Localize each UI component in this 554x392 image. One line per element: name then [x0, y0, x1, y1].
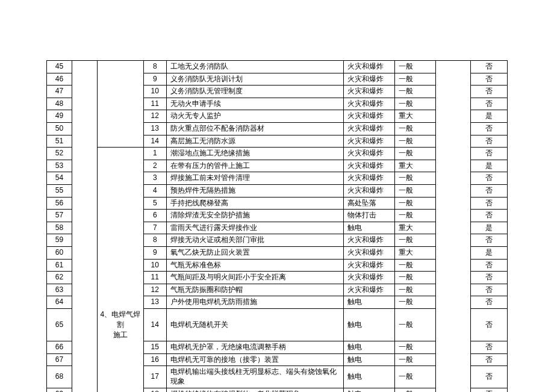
category-cell [98, 197, 144, 210]
blank-cell [72, 388, 98, 392]
sub-index: 17 [143, 366, 166, 388]
table-row: 543焊接施工前未对管件清理火灾和爆炸一般否 [47, 172, 508, 185]
blank-cell [72, 172, 98, 185]
category-cell [98, 86, 144, 98]
hazard-type: 火灾和爆炸 [344, 184, 394, 197]
table-row: 609氧气乙炔无防止回火装置火灾和爆炸重大是 [47, 246, 508, 259]
severity: 一般 [394, 272, 436, 284]
blank-cell-2 [436, 272, 470, 284]
sub-index: 10 [143, 86, 166, 98]
hazard-type: 触电 [344, 388, 394, 392]
sub-index: 16 [143, 353, 166, 366]
row-index: 65 [47, 308, 72, 341]
severity: 一般 [394, 284, 436, 296]
hazard-description: 预热焊件无隔热措施 [166, 184, 344, 197]
yes-no: 否 [470, 284, 507, 296]
yes-no: 是 [470, 160, 507, 172]
sub-index: 15 [143, 341, 166, 354]
severity: 重大 [394, 246, 436, 259]
table-row: 6211气瓶间距及与明火间距小于安全距离火灾和爆炸一般否 [47, 272, 508, 284]
table-row: 458工地无义务消防队火灾和爆炸一般否 [47, 61, 508, 73]
yes-no: 否 [470, 86, 507, 98]
hazard-description: 防火重点部位不配备消防器材 [166, 122, 344, 135]
sub-index: 14 [143, 308, 166, 341]
yes-no: 否 [470, 73, 507, 86]
yes-no: 否 [470, 296, 507, 309]
category-cell [98, 61, 144, 73]
table-row: 587雷雨天气进行露天焊接作业触电重大是 [47, 222, 508, 234]
blank-cell-2 [436, 160, 470, 172]
hazard-type: 触电 [344, 341, 394, 354]
severity: 重大 [394, 160, 436, 172]
row-index: 63 [47, 284, 72, 296]
yes-no: 否 [470, 353, 507, 366]
severity: 一般 [394, 148, 436, 160]
yes-no: 否 [470, 272, 507, 284]
category-cell [98, 272, 144, 284]
hazard-description: 气瓶无标准色标 [166, 259, 344, 272]
sub-index: 6 [143, 210, 166, 222]
table-row: 6312气瓶无防振圈和防护帽火灾和爆炸一般否 [47, 284, 508, 296]
hazard-type: 触电 [344, 366, 394, 388]
blank-cell [72, 197, 98, 210]
sub-index: 1 [143, 148, 166, 160]
severity: 一般 [394, 366, 436, 388]
category-cell [98, 341, 144, 354]
blank-cell [72, 222, 98, 234]
hazard-description: 电焊机无护罩，无绝缘电流调整手柄 [166, 341, 344, 354]
hazard-description: 义务消防队无培训计划 [166, 73, 344, 86]
category-cell [98, 388, 144, 392]
table-row: 598焊接无动火证或相关部门审批火灾和爆炸一般否 [47, 234, 508, 247]
hazard-type: 火灾和爆炸 [344, 148, 394, 160]
severity: 一般 [394, 388, 436, 392]
blank-cell [72, 308, 98, 341]
blank-cell-2 [436, 197, 470, 210]
sub-index: 12 [143, 284, 166, 296]
hazard-description: 义务消防队无管理制度 [166, 86, 344, 98]
category-cell [98, 210, 144, 222]
blank-cell [72, 122, 98, 135]
row-index: 67 [47, 353, 72, 366]
hazard-type: 触电 [344, 353, 394, 366]
hazard-type: 火灾和爆炸 [344, 122, 394, 135]
row-index: 46 [47, 73, 72, 86]
category-cell [98, 135, 144, 148]
hazard-description: 无动火申请手续 [166, 98, 344, 110]
yes-no: 否 [470, 308, 507, 341]
yes-no: 否 [470, 184, 507, 197]
category-cell [98, 110, 144, 123]
row-index: 50 [47, 122, 72, 135]
blank-cell [72, 296, 98, 309]
blank-cell [72, 272, 98, 284]
sub-index: 10 [143, 259, 166, 272]
blank-cell-2 [436, 110, 470, 123]
blank-cell-2 [436, 308, 470, 341]
table-row: 6615电焊机无护罩，无绝缘电流调整手柄触电一般否 [47, 341, 508, 354]
blank-cell [72, 86, 98, 98]
severity: 一般 [394, 210, 436, 222]
sub-index: 13 [143, 122, 166, 135]
sub-index: 2 [143, 160, 166, 172]
table-row: 4811无动火申请手续火灾和爆炸一般否 [47, 98, 508, 110]
blank-cell-2 [436, 366, 470, 388]
blank-cell-2 [436, 61, 470, 73]
severity: 一般 [394, 197, 436, 210]
blank-cell [72, 148, 98, 160]
blank-cell [72, 210, 98, 222]
hazard-description: 焊机的绝缘物有破损裂纹、老化脱落现象 [166, 388, 344, 392]
hazard-description: 户外使用电焊机无防雨措施 [166, 296, 344, 309]
hazard-type: 火灾和爆炸 [344, 234, 394, 247]
yes-no: 否 [470, 234, 507, 247]
row-index: 51 [47, 135, 72, 148]
yes-no: 否 [470, 135, 507, 148]
blank-cell [72, 284, 98, 296]
table-row: 532在带有压力的管件上施工火灾和爆炸重大是 [47, 160, 508, 172]
yes-no: 否 [470, 98, 507, 110]
sub-index: 9 [143, 73, 166, 86]
severity: 一般 [394, 122, 436, 135]
table-row: 4912动火无专人监护火灾和爆炸重大是 [47, 110, 508, 123]
blank-cell-2 [436, 210, 470, 222]
hazard-type: 火灾和爆炸 [344, 272, 394, 284]
yes-no: 是 [470, 222, 507, 234]
severity: 一般 [394, 341, 436, 354]
